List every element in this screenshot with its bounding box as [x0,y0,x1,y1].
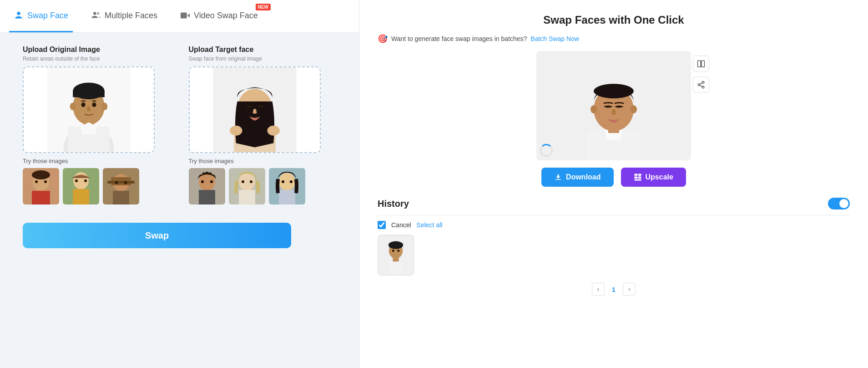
select-all-link[interactable]: Select all [417,221,443,229]
svg-rect-71 [638,174,641,176]
upload-target-box[interactable] [189,66,321,153]
compare-icon-btn[interactable] [693,56,709,72]
sample-target-images [189,168,337,204]
svg-point-59 [594,84,634,98]
tab-bar: Swap Face Multiple Faces Video Swap Face… [0,0,359,33]
download-label: Download [566,173,601,181]
svg-marker-4 [187,13,190,17]
prev-page-btn[interactable]: ‹ [592,283,605,296]
compare-icon [697,60,705,68]
svg-point-13 [101,102,107,110]
svg-rect-63 [701,61,705,67]
tab-swap-face-label: Swap Face [27,11,68,20]
sample-original-2[interactable] [63,168,99,204]
persons-icon [91,10,101,20]
svg-line-68 [700,83,702,84]
history-checkbox[interactable] [378,221,386,229]
page-number: 1 [612,286,616,293]
tab-multiple-faces[interactable]: Multiple Faces [86,0,162,32]
original-image-preview [43,66,134,153]
svg-point-20 [35,180,38,183]
svg-point-2 [97,12,100,15]
upload-original-section: Upload Original Image Retain areas outsi… [23,46,171,204]
svg-point-26 [84,179,87,182]
result-area [536,51,691,160]
history-image-1 [378,235,413,276]
share-icon [697,81,705,89]
swap-button[interactable]: Swap [23,223,291,248]
history-items [378,235,850,276]
upload-target-section: Upload Target face Swap face from origin… [189,46,337,204]
spinner-circle [540,144,553,157]
history-section: History Cancel Select all [378,198,850,296]
right-title: Swap Faces with One Click [378,14,850,26]
svg-rect-73 [638,177,641,179]
svg-rect-62 [698,61,701,67]
batch-swap-link[interactable]: Batch Swap Now [530,35,579,42]
target-image-preview [209,66,300,153]
svg-rect-70 [634,174,637,176]
sample-original-1[interactable] [23,168,59,204]
svg-rect-29 [113,191,129,204]
batch-row: 🎯 Want to generate face swap images in b… [378,34,850,44]
try-target-label: Try those images [189,158,337,164]
result-image-container [536,51,691,160]
tab-video-swap[interactable]: Video Swap Face NEW [176,0,266,32]
batch-text: Want to generate face swap images in bat… [391,35,527,42]
cancel-link[interactable]: Cancel [391,221,411,229]
upscale-button[interactable]: Upscale [621,168,686,187]
svg-point-51 [279,173,295,191]
svg-point-12 [70,102,76,110]
svg-point-53 [282,180,284,183]
download-button[interactable]: Download [541,168,613,187]
svg-point-44 [210,180,213,183]
new-badge: NEW [256,4,271,10]
svg-point-54 [290,180,293,183]
svg-point-15 [92,102,96,107]
svg-point-65 [698,84,700,86]
upload-original-box[interactable] [23,66,155,153]
upscale-label: Upscale [646,173,673,181]
svg-point-0 [17,12,20,15]
svg-rect-52 [279,190,295,204]
svg-point-14 [81,102,86,107]
svg-line-67 [700,85,702,87]
svg-point-21 [44,180,47,183]
upload-target-title: Upload Target face [189,46,337,54]
svg-point-39 [267,126,280,136]
svg-point-49 [250,180,252,183]
svg-rect-11 [73,91,105,97]
svg-point-46 [239,173,255,191]
right-panel: Swap Faces with One Click 🎯 Want to gene… [359,0,868,368]
share-icon-btn[interactable] [693,77,709,93]
history-toggle[interactable] [828,198,850,210]
svg-point-25 [75,179,78,182]
left-panel: Swap Face Multiple Faces Video Swap Face… [0,0,359,368]
svg-point-32 [115,181,118,184]
svg-point-43 [201,180,204,183]
upscale-icon [634,173,642,181]
svg-rect-18 [32,191,50,204]
sample-original-3[interactable] [103,168,139,204]
history-title: History [378,199,409,209]
button-row: Download Upscale [378,168,850,187]
upload-original-title: Upload Original Image [23,46,171,54]
tab-swap-face[interactable]: Swap Face [9,0,73,32]
svg-point-64 [702,82,704,84]
upload-row: Upload Original Image Retain areas outsi… [23,46,336,204]
video-icon [180,10,190,20]
next-page-btn[interactable]: › [623,283,636,296]
svg-rect-72 [634,177,637,179]
sample-target-1[interactable] [189,168,225,204]
download-icon [554,173,562,181]
upload-target-subtitle: Swap face from original image [189,56,337,62]
sample-target-3[interactable] [269,168,305,204]
history-item-1[interactable] [378,235,414,276]
sample-target-2[interactable] [229,168,265,204]
loading-spinner [540,144,553,157]
sample-original-images [23,168,171,204]
person-icon [14,10,24,20]
toggle-knob [839,199,848,208]
svg-point-48 [242,180,244,183]
history-header: History [378,198,850,215]
